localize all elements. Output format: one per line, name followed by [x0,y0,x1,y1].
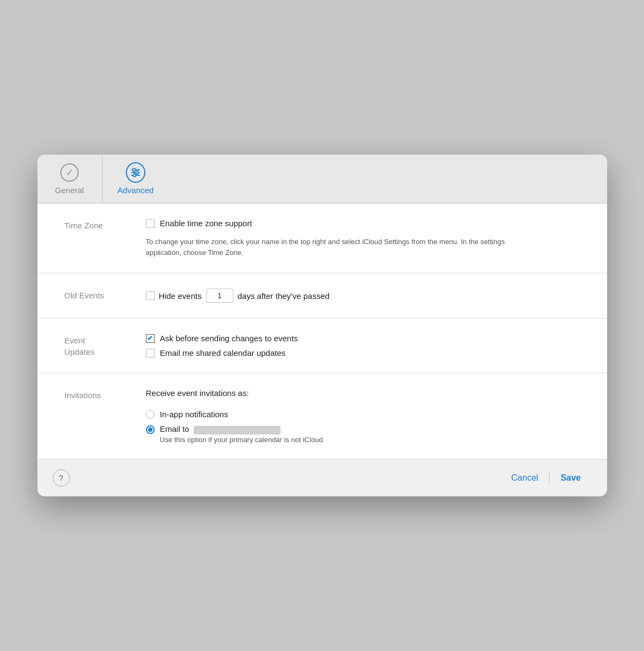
cancel-button[interactable]: Cancel [500,470,549,486]
svg-point-3 [132,169,135,171]
event-updates-content: ✔ Ask before sending changes to events E… [146,334,580,358]
old-events-content: Hide events days after they've passed [146,289,580,303]
old-events-inline: Hide events days after they've passed [146,289,580,303]
sliders-icon [126,162,145,183]
invitations-heading: Receive event invitations as: [146,388,580,398]
timezone-row: Time Zone Enable time zone support To ch… [37,203,607,273]
old-events-row: Old Events Hide events days after they'v… [37,273,607,318]
invitations-radio2-row: Email to [146,424,580,434]
tab-bar: ✓ General Advanced [37,155,607,203]
event-updates-checkbox1-row: ✔ Ask before sending changes to events [146,334,580,343]
timezone-checkbox[interactable] [146,219,155,228]
invitations-radio1[interactable] [146,410,155,419]
svg-point-5 [133,174,136,177]
invitations-radio1-label: In-app notifications [160,410,228,419]
timezone-label: Time Zone [65,219,146,231]
invitations-radio2-label: Email to [160,424,280,434]
invitations-radio2-group: Email to Use this option if your primary… [146,424,580,443]
old-events-checkbox[interactable] [146,291,155,300]
old-events-checkbox-label: Hide events [159,291,202,301]
settings-dialog: ✓ General Advanced [37,155,607,496]
general-tab-label: General [55,186,84,195]
help-button[interactable]: ? [53,469,70,487]
invitations-content: Receive event invitations as: In-app not… [146,388,580,443]
tab-general[interactable]: ✓ General [37,155,103,203]
old-events-label: Old Events [65,289,146,301]
advanced-tab-icon [126,163,145,182]
invitations-radio1-row: In-app notifications [146,410,580,419]
event-updates-row: Event Updates ✔ Ask before sending chang… [37,318,607,373]
event-updates-checkbox2-label: Email me shared calendar updates [160,348,286,358]
timezone-content: Enable time zone support To change your … [146,219,580,258]
event-updates-label: Event Updates [65,334,146,358]
general-tab-icon: ✓ [60,163,79,182]
svg-point-4 [136,171,138,174]
invitations-label: Invitations [65,388,146,401]
timezone-checkbox-label: Enable time zone support [160,219,252,228]
advanced-tab-label: Advanced [118,186,154,195]
invitations-radio2-sub: Use this option if your primary calendar… [160,436,580,444]
old-events-days-suffix: days after they've passed [238,291,330,301]
old-events-days-input[interactable] [206,289,233,303]
timezone-checkbox-row: Enable time zone support [146,219,580,228]
invitations-row: Invitations Receive event invitations as… [37,373,607,458]
checkmark-icon: ✓ [60,163,79,182]
event-updates-checkbox2[interactable] [146,349,155,358]
footer-actions: Cancel Save [500,470,591,486]
save-button[interactable]: Save [550,470,591,486]
email-blur [194,426,280,435]
event-updates-checkbox1-label: Ask before sending changes to events [160,334,298,343]
timezone-description: To change your time zone, click your nam… [146,237,515,258]
tab-advanced[interactable]: Advanced [103,155,169,203]
invitations-radio2[interactable] [146,425,155,434]
settings-content: Time Zone Enable time zone support To ch… [37,203,607,458]
event-updates-checkbox2-row: Email me shared calendar updates [146,348,580,358]
event-updates-checkbox1[interactable]: ✔ [146,334,155,343]
footer: ? Cancel Save [37,459,607,496]
